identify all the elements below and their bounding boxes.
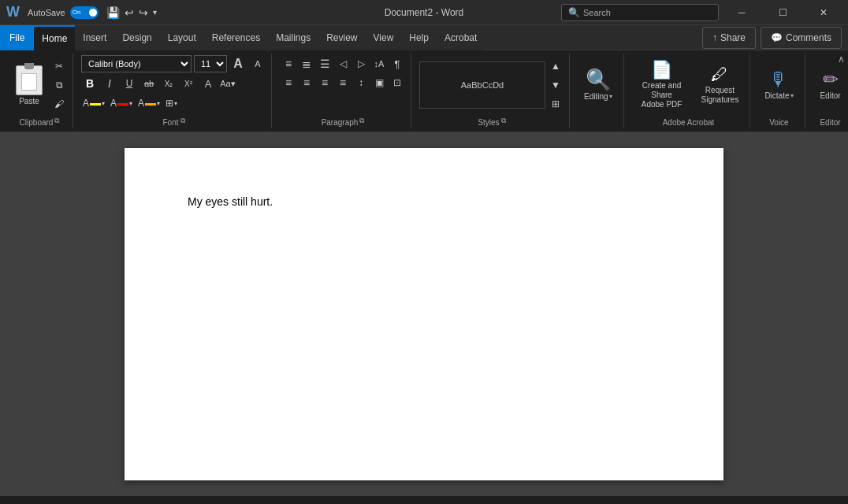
- underline-button[interactable]: U: [121, 75, 138, 92]
- tab-insert[interactable]: Insert: [75, 25, 114, 50]
- align-left-button[interactable]: ≡: [280, 74, 297, 91]
- paste-label: Paste: [19, 97, 39, 106]
- comments-label: Comments: [786, 32, 831, 43]
- styles-scroll-down[interactable]: ▼: [547, 76, 564, 94]
- editing-icon: 🔍: [586, 69, 611, 90]
- save-icon[interactable]: 💾: [106, 6, 120, 19]
- tab-acrobat[interactable]: Acrobat: [437, 25, 485, 50]
- format-painter-button[interactable]: 🖌: [50, 95, 68, 113]
- clipboard-content: Paste ✂ ⧉ 🖌: [11, 55, 68, 115]
- dictate-icon: 🎙: [769, 70, 788, 89]
- editing-dropdown[interactable]: ▾: [609, 93, 612, 100]
- search-box[interactable]: 🔍 Search: [561, 4, 719, 21]
- menu-tabs: File Home Insert Design Layout Reference…: [0, 25, 485, 50]
- undo-icon[interactable]: ↩: [125, 6, 134, 19]
- toggle-knob: [89, 9, 97, 17]
- line-spacing-button[interactable]: ↕: [352, 74, 370, 91]
- document-area: My eyes still hurt.: [0, 132, 848, 496]
- shading-para-button[interactable]: ▣: [370, 74, 388, 91]
- increase-font-size-btn[interactable]: A: [229, 55, 247, 72]
- highlight-color-bar: [90, 103, 101, 106]
- font-name-select[interactable]: Calibri (Body): [81, 55, 192, 72]
- dictate-dropdown[interactable]: ▾: [790, 92, 794, 99]
- editing-button[interactable]: 🔍 Editing ▾: [578, 55, 619, 115]
- share-icon: ↑: [712, 32, 717, 43]
- styles-gallery[interactable]: AaBbCcDd: [419, 61, 545, 109]
- show-formatting-button[interactable]: ¶: [389, 55, 406, 72]
- tab-references[interactable]: References: [204, 25, 268, 50]
- shading-button[interactable]: A ▾: [136, 94, 162, 112]
- bullets-button[interactable]: ≡: [280, 55, 297, 72]
- editing-label: Editing: [584, 92, 608, 102]
- numbering-button[interactable]: ≣: [298, 55, 315, 72]
- italic-button[interactable]: I: [101, 75, 118, 92]
- align-right-button[interactable]: ≡: [316, 74, 333, 91]
- create-share-pdf-label: Create and Share Adobe PDF: [638, 81, 686, 109]
- font-expand-icon[interactable]: ⧉: [180, 117, 185, 125]
- redo-icon[interactable]: ↪: [139, 6, 148, 19]
- maximize-btn[interactable]: ☐: [764, 0, 801, 25]
- paste-button[interactable]: Paste: [11, 62, 47, 109]
- comments-icon: 💬: [771, 32, 783, 43]
- multilevel-list-button[interactable]: ☰: [316, 55, 333, 72]
- autosave-toggle[interactable]: On: [70, 6, 99, 19]
- borders-para-button[interactable]: ⊡: [389, 74, 406, 91]
- tab-help[interactable]: Help: [401, 25, 437, 50]
- cut-button[interactable]: ✂: [50, 57, 68, 75]
- tab-mailings[interactable]: Mailings: [268, 25, 318, 50]
- document-page[interactable]: My eyes still hurt.: [125, 148, 723, 480]
- request-signatures-button[interactable]: 🖊 Request Signatures: [695, 55, 746, 115]
- styles-scroll-up[interactable]: ▲: [547, 57, 564, 75]
- paragraph-expand-icon[interactable]: ⧉: [359, 117, 364, 125]
- editor-group-label: Editor: [820, 115, 840, 127]
- align-justify-button[interactable]: ≡: [334, 74, 351, 91]
- adobe-pdf-icon: 📄: [651, 61, 672, 79]
- document-content[interactable]: My eyes still hurt.: [188, 195, 660, 208]
- styles-expand[interactable]: ⊞: [547, 95, 564, 113]
- tab-review[interactable]: Review: [318, 25, 365, 50]
- tab-layout[interactable]: Layout: [160, 25, 204, 50]
- clipboard-expand-icon[interactable]: ⧉: [54, 117, 59, 125]
- bold-button[interactable]: B: [81, 75, 99, 92]
- comments-button[interactable]: 💬 Comments: [761, 27, 842, 49]
- clipboard-label: Clipboard: [20, 115, 54, 127]
- editor-label: Editor: [820, 91, 840, 101]
- tab-file[interactable]: File: [0, 25, 34, 50]
- title-bar: W AutoSave On 💾 ↩ ↪ ▾ Document2 - Word 🔍…: [0, 0, 848, 25]
- subscript-button[interactable]: X₂: [160, 75, 177, 92]
- increase-indent-button[interactable]: ▷: [352, 55, 370, 72]
- editor-group: ✏ Editor Editor: [809, 54, 848, 128]
- quick-access-dropdown[interactable]: ▾: [153, 8, 157, 17]
- superscript-button[interactable]: X²: [180, 75, 197, 92]
- strikethrough-button[interactable]: ab: [140, 75, 158, 92]
- align-center-button[interactable]: ≡: [298, 74, 315, 91]
- tab-design[interactable]: Design: [114, 25, 159, 50]
- borders-button[interactable]: ⊞ ▾: [164, 94, 179, 112]
- close-btn[interactable]: ✕: [805, 0, 842, 25]
- collapse-ribbon-button[interactable]: ∧: [838, 54, 845, 65]
- copy-button[interactable]: ⧉: [50, 76, 68, 94]
- font-color-button[interactable]: A ▾: [109, 94, 134, 112]
- minimize-btn[interactable]: ─: [723, 0, 760, 25]
- clear-format-button[interactable]: A: [199, 75, 217, 92]
- toggle-on-text: On: [73, 9, 81, 16]
- voice-group: 🎙 Dictate ▾ Voice: [753, 54, 805, 128]
- share-label: Share: [720, 32, 746, 43]
- tab-view[interactable]: View: [366, 25, 402, 50]
- text-highlight-button[interactable]: A ▾: [81, 94, 106, 112]
- tab-home[interactable]: Home: [34, 25, 75, 50]
- adobe-acrobat-group: 📄 Create and Share Adobe PDF 🖊 Request S…: [627, 54, 751, 128]
- decrease-indent-button[interactable]: ◁: [334, 55, 351, 72]
- styles-expand-icon[interactable]: ⧉: [501, 117, 506, 125]
- editing-group: 🔍 Editing ▾: [573, 54, 624, 128]
- dictate-button[interactable]: 🎙 Dictate ▾: [758, 55, 799, 115]
- font-label: Font: [162, 115, 178, 127]
- share-button[interactable]: ↑ Share: [702, 27, 756, 49]
- font-size-select[interactable]: 11: [194, 55, 227, 72]
- decrease-font-size-btn[interactable]: A: [249, 55, 266, 72]
- create-share-pdf-button[interactable]: 📄 Create and Share Adobe PDF: [632, 55, 692, 115]
- font-color-bar: [117, 103, 128, 106]
- sort-button[interactable]: ↕A: [370, 55, 388, 72]
- text-case-button[interactable]: Aa▾: [219, 75, 236, 92]
- font-group: Calibri (Body) 11 A A B I U ab X₂ X² A A…: [76, 54, 272, 128]
